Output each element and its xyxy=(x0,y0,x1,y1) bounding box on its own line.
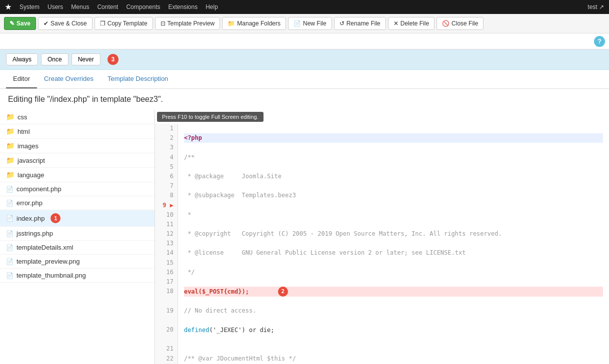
folder-label: css xyxy=(18,113,28,121)
tabs: Editor Create Overrides Template Descrip… xyxy=(0,70,609,89)
file-icon: 📄 xyxy=(6,258,14,265)
never-button[interactable]: Never xyxy=(72,53,100,65)
new-file-icon: 📄 xyxy=(294,20,301,27)
delete-file-label: Delete File xyxy=(400,20,429,27)
sidebar-folder-language[interactable]: 📁 language xyxy=(0,168,154,182)
rename-file-label: Rename File xyxy=(346,20,380,27)
nav-content[interactable]: Content xyxy=(97,3,118,10)
nav-user[interactable]: test ↗ xyxy=(588,3,604,10)
check-icon: ✔ xyxy=(44,20,48,27)
nav-help[interactable]: Help xyxy=(206,3,218,10)
manage-folders-button[interactable]: 📁 Manage Folders xyxy=(222,17,286,30)
file-icon: 📄 xyxy=(6,186,14,193)
folder-icon: 📁 xyxy=(6,127,14,135)
folder-label: html xyxy=(18,128,30,135)
sidebar-file-jsstrings-php[interactable]: 📄 jsstrings.php xyxy=(0,227,154,241)
page-title: Editing file "/index.php" in template "b… xyxy=(0,89,609,110)
preview-icon: ⊡ xyxy=(160,20,166,27)
folder-label: images xyxy=(18,142,38,150)
code-editor[interactable]: Press F10 to toggle Full Screen editing.… xyxy=(155,110,609,364)
copy-icon: ❐ xyxy=(100,20,106,27)
file-tree-sidebar: 📁 css 📁 html 📁 images 📁 javascript 📁 lan… xyxy=(0,110,155,364)
manage-folders-label: Manage Folders xyxy=(237,20,280,27)
file-label: templateDetails.xml xyxy=(16,244,73,251)
new-file-label: New File xyxy=(303,20,326,27)
toggle-bar: Always Once Never 3 xyxy=(0,49,609,70)
line-numbers: 1 2 3 4 5 6 7 8 9 ▶ 10 11 12 13 14 15 16… xyxy=(155,124,178,364)
sidebar-file-index-php[interactable]: 📄 index.php 1 xyxy=(0,210,154,227)
file-icon: 📄 xyxy=(6,215,14,222)
file-icon: 📄 xyxy=(6,230,14,237)
sidebar-file-component-php[interactable]: 📄 component.php xyxy=(0,182,154,196)
copy-template-button[interactable]: ❐ Copy Template xyxy=(94,17,153,30)
save-button[interactable]: ✎ Save xyxy=(4,17,36,30)
sidebar-folder-html[interactable]: 📁 html xyxy=(0,124,154,139)
file-label: template_thumbnail.png xyxy=(16,272,86,279)
sidebar-file-error-php[interactable]: 📄 error.php xyxy=(0,196,154,210)
close-file-label: Close File xyxy=(452,20,478,27)
template-preview-label: Template Preview xyxy=(168,20,215,27)
file-label: jsstrings.php xyxy=(16,230,53,237)
close-file-button[interactable]: 🚫 Close File xyxy=(436,17,484,30)
main-content: 📁 css 📁 html 📁 images 📁 javascript 📁 lan… xyxy=(0,110,609,364)
template-preview-button[interactable]: ⊡ Template Preview xyxy=(155,17,220,30)
delete-file-button[interactable]: ✕ Delete File xyxy=(388,17,434,30)
folder-icon: 📁 xyxy=(6,171,14,179)
annotation-2: 2 xyxy=(278,287,288,297)
folder-icon: 📁 xyxy=(228,20,235,27)
close-icon: 🚫 xyxy=(442,20,450,27)
new-file-button[interactable]: 📄 New File xyxy=(288,17,332,30)
help-icon[interactable]: ? xyxy=(594,36,605,47)
code-container: 1 2 3 4 5 6 7 8 9 ▶ 10 11 12 13 14 15 16… xyxy=(155,124,609,364)
save-label: Save xyxy=(16,20,30,27)
toolbar: ✎ Save ✔ Save & Close ❐ Copy Template ⊡ … xyxy=(0,14,609,33)
file-icon: 📄 xyxy=(6,244,14,251)
tab-create-overrides[interactable]: Create Overrides xyxy=(37,70,100,88)
copy-template-label: Copy Template xyxy=(108,20,148,27)
save-close-button[interactable]: ✔ Save & Close xyxy=(38,17,92,30)
folder-icon: 📁 xyxy=(6,113,14,121)
sidebar-file-template-preview-png[interactable]: 📄 template_preview.png xyxy=(0,255,154,269)
code-text[interactable]: <?php /** * @package Joomla.Site * @subp… xyxy=(178,124,609,364)
delete-icon: ✕ xyxy=(394,20,398,27)
logo-icon: ★ xyxy=(5,3,12,11)
file-icon: 📄 xyxy=(6,272,14,279)
tab-editor[interactable]: Editor xyxy=(6,70,37,88)
file-label: index.php xyxy=(16,215,44,222)
sidebar-file-template-thumbnail-png[interactable]: 📄 template_thumbnail.png xyxy=(0,269,154,283)
file-label: template_preview.png xyxy=(16,258,80,265)
folder-label: language xyxy=(18,171,44,179)
nav-extensions[interactable]: Extensions xyxy=(168,3,198,10)
nav-system[interactable]: System xyxy=(20,3,40,10)
file-icon: 📄 xyxy=(6,200,14,207)
folder-icon: 📁 xyxy=(6,142,14,150)
fullscreen-hint: Press F10 to toggle Full Screen editing. xyxy=(157,112,264,122)
annotation-3: 3 xyxy=(108,54,118,65)
tab-template-description[interactable]: Template Description xyxy=(100,70,175,88)
annotation-1: 1 xyxy=(50,213,60,223)
sidebar-folder-javascript[interactable]: 📁 javascript xyxy=(0,153,154,168)
rename-icon: ↺ xyxy=(340,20,344,27)
sidebar-folder-css[interactable]: 📁 css xyxy=(0,110,154,124)
sidebar-folder-images[interactable]: 📁 images xyxy=(0,139,154,153)
folder-label: javascript xyxy=(18,157,45,164)
rename-file-button[interactable]: ↺ Rename File xyxy=(334,17,386,30)
once-button[interactable]: Once xyxy=(41,53,68,65)
nav-users[interactable]: Users xyxy=(48,3,63,10)
file-label: component.php xyxy=(16,185,62,193)
file-label: error.php xyxy=(16,199,42,207)
save-icon: ✎ xyxy=(10,20,14,27)
save-close-label: Save & Close xyxy=(50,20,87,27)
always-button[interactable]: Always xyxy=(6,53,38,65)
nav-components[interactable]: Components xyxy=(126,3,160,10)
sidebar-file-templatedetails-xml[interactable]: 📄 templateDetails.xml xyxy=(0,241,154,255)
help-bar: ? xyxy=(0,33,609,49)
nav-menus[interactable]: Menus xyxy=(71,3,89,10)
top-navigation: ★ System Users Menus Content Components … xyxy=(0,0,609,14)
folder-icon: 📁 xyxy=(6,156,14,164)
